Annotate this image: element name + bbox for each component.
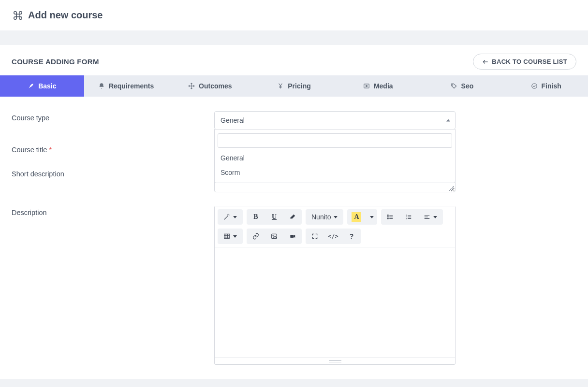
paragraph-align-button[interactable] — [418, 209, 443, 225]
course-tabs: Basic Requirements Outcomes Pricing Medi… — [0, 75, 588, 97]
underline-button[interactable]: U — [265, 209, 283, 225]
fullscreen-button[interactable] — [306, 229, 324, 244]
toolbar-group-paragraph: 123 — [381, 209, 443, 225]
ordered-list-button[interactable]: 123 — [399, 209, 418, 225]
picture-button[interactable] — [265, 229, 283, 244]
course-type-option-general[interactable]: General — [218, 151, 452, 165]
toolbar-group-fontname: Nunito — [306, 209, 343, 225]
back-button-label: BACK TO COURSE LIST — [492, 58, 567, 65]
toolbar-group-insert — [247, 229, 302, 244]
font-name-button[interactable]: Nunito — [306, 209, 343, 225]
help-button[interactable]: ? — [342, 229, 361, 244]
unordered-list-button[interactable] — [381, 209, 399, 225]
check-circle-icon — [531, 83, 538, 89]
codeview-button[interactable]: </> — [324, 229, 342, 244]
course-type-option-scorm[interactable]: Scorm — [218, 165, 452, 180]
move-icon — [188, 83, 195, 89]
description-label: Description — [12, 206, 96, 216]
editor-resize-handle[interactable] — [215, 358, 455, 364]
table-button[interactable] — [218, 229, 243, 244]
tab-label: Pricing — [288, 82, 310, 90]
svg-point-5 — [452, 85, 453, 85]
caret-down-icon — [334, 216, 338, 218]
video-icon — [289, 233, 296, 240]
tab-label: Media — [374, 82, 393, 90]
tab-seo[interactable]: Seo — [420, 75, 504, 97]
font-name-label: Nunito — [311, 213, 331, 221]
short-description-label: Short description — [12, 167, 96, 178]
tab-pricing[interactable]: Pricing — [252, 75, 336, 97]
course-type-search-input[interactable] — [218, 133, 452, 148]
caret-down-icon — [370, 216, 374, 218]
magic-wand-icon — [223, 214, 230, 220]
row-description: Description — [12, 206, 576, 365]
layout-spacer — [0, 30, 588, 45]
course-type-select[interactable]: General General Scorm — [214, 111, 456, 129]
bold-button[interactable]: B — [247, 209, 265, 225]
svg-text:3: 3 — [406, 218, 407, 220]
caret-down-icon — [233, 235, 237, 238]
tab-label: Seo — [461, 82, 474, 90]
tab-finish[interactable]: Finish — [504, 75, 588, 97]
link-button[interactable] — [247, 229, 265, 244]
play-square-icon — [363, 83, 370, 89]
course-type-options: General Scorm — [218, 151, 452, 180]
unordered-list-icon — [387, 214, 394, 220]
svg-rect-22 — [224, 234, 230, 238]
description-textarea[interactable] — [215, 247, 455, 358]
course-type-dropdown: General Scorm — [214, 129, 456, 183]
svg-marker-30 — [294, 235, 295, 238]
back-to-course-list-button[interactable]: BACK TO COURSE LIST — [473, 54, 576, 70]
ordered-list-icon: 123 — [405, 214, 412, 220]
underline-icon: U — [272, 213, 277, 221]
course-type-selected: General — [215, 112, 455, 129]
code-icon: </> — [328, 233, 338, 240]
bold-icon: B — [253, 213, 258, 221]
editor-toolbar: B U Nunito — [215, 206, 455, 247]
form-body: Course type General General Scorm — [0, 97, 588, 379]
caret-up-icon — [446, 119, 450, 122]
arrow-left-icon — [482, 58, 489, 65]
eraser-icon — [289, 214, 296, 220]
tab-media[interactable]: Media — [336, 75, 420, 97]
tab-requirements[interactable]: Requirements — [84, 75, 168, 97]
row-course-type: Course type General General Scorm — [12, 111, 576, 129]
bell-icon — [98, 83, 105, 89]
panel-title: COURSE ADDING FORM — [12, 57, 99, 66]
magic-style-button[interactable] — [218, 209, 243, 225]
video-button[interactable] — [283, 229, 302, 244]
toolbar-group-table — [218, 229, 243, 244]
forecolor-menu-button[interactable] — [366, 209, 377, 225]
course-panel: COURSE ADDING FORM BACK TO COURSE LIST B… — [0, 45, 588, 379]
svg-point-28 — [273, 235, 274, 236]
help-icon: ? — [350, 232, 354, 240]
panel-header: COURSE ADDING FORM BACK TO COURSE LIST — [0, 45, 588, 75]
course-title-label: Course title * — [12, 143, 96, 154]
tab-outcomes[interactable]: Outcomes — [168, 75, 252, 97]
picture-icon — [271, 233, 278, 240]
tab-label: Basic — [38, 82, 56, 90]
feather-icon — [28, 83, 34, 89]
svg-point-9 — [388, 218, 389, 219]
table-icon — [223, 233, 230, 240]
tag-icon — [451, 83, 457, 89]
caret-down-icon — [433, 216, 437, 218]
forecolor-icon: A — [352, 212, 361, 222]
svg-point-7 — [388, 215, 389, 216]
svg-point-6 — [531, 84, 537, 89]
svg-rect-27 — [272, 234, 277, 238]
clear-format-button[interactable] — [283, 209, 302, 225]
page-title: Add new course — [28, 10, 103, 21]
forecolor-button[interactable]: A — [347, 209, 366, 225]
tab-label: Outcomes — [199, 82, 232, 90]
tab-label: Finish — [542, 82, 561, 90]
tab-basic[interactable]: Basic — [0, 75, 84, 97]
page-header: Add new course — [0, 0, 588, 30]
description-editor: B U Nunito — [214, 206, 456, 365]
required-star: * — [49, 146, 52, 154]
svg-rect-29 — [290, 235, 294, 238]
toolbar-group-color: A — [347, 209, 377, 225]
yen-icon — [277, 83, 284, 89]
align-left-icon — [424, 214, 430, 220]
course-title-label-text: Course title — [12, 146, 47, 154]
